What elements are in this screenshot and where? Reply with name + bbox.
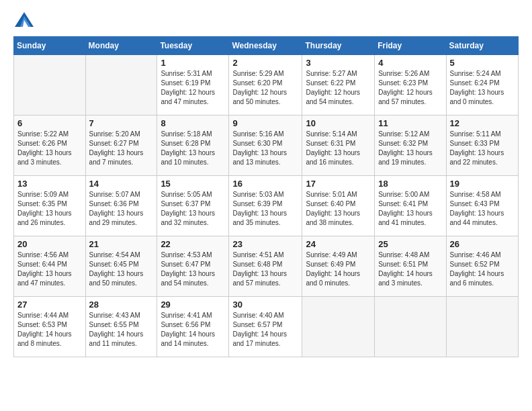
day-number: 14	[89, 179, 154, 189]
day-number: 17	[306, 179, 371, 189]
day-cell: 1Sunrise: 5:31 AM Sunset: 6:19 PM Daylig…	[157, 55, 229, 116]
day-info: Sunrise: 4:56 AM Sunset: 6:44 PM Dayligh…	[17, 250, 82, 288]
day-number: 5	[450, 58, 515, 68]
day-cell: 20Sunrise: 4:56 AM Sunset: 6:44 PM Dayli…	[14, 236, 86, 297]
day-number: 4	[378, 58, 442, 68]
day-cell: 22Sunrise: 4:53 AM Sunset: 6:47 PM Dayli…	[157, 236, 229, 297]
day-cell: 25Sunrise: 4:48 AM Sunset: 6:51 PM Dayli…	[375, 236, 446, 297]
day-number: 20	[17, 239, 82, 249]
day-info: Sunrise: 4:48 AM Sunset: 6:51 PM Dayligh…	[378, 250, 442, 288]
day-number: 11	[378, 118, 442, 128]
day-cell: 8Sunrise: 5:18 AM Sunset: 6:28 PM Daylig…	[157, 116, 229, 176]
col-header-friday: Friday	[375, 37, 446, 55]
day-number: 22	[161, 239, 225, 249]
header-row: SundayMondayTuesdayWednesdayThursdayFrid…	[14, 37, 519, 55]
day-number: 30	[232, 300, 298, 310]
col-header-thursday: Thursday	[302, 37, 375, 55]
day-info: Sunrise: 5:27 AM Sunset: 6:22 PM Dayligh…	[306, 69, 371, 107]
day-info: Sunrise: 4:51 AM Sunset: 6:48 PM Dayligh…	[232, 250, 298, 288]
week-row-3: 13Sunrise: 5:09 AM Sunset: 6:35 PM Dayli…	[14, 176, 519, 236]
day-cell: 7Sunrise: 5:20 AM Sunset: 6:27 PM Daylig…	[85, 116, 157, 176]
day-number: 2	[232, 58, 298, 68]
day-info: Sunrise: 5:14 AM Sunset: 6:31 PM Dayligh…	[306, 130, 371, 167]
day-number: 26	[450, 239, 515, 249]
day-info: Sunrise: 4:53 AM Sunset: 6:47 PM Dayligh…	[161, 250, 225, 288]
day-number: 7	[89, 118, 154, 128]
day-cell: 15Sunrise: 5:05 AM Sunset: 6:37 PM Dayli…	[157, 176, 229, 236]
col-header-wednesday: Wednesday	[229, 37, 302, 55]
day-cell: 23Sunrise: 4:51 AM Sunset: 6:48 PM Dayli…	[229, 236, 302, 297]
day-info: Sunrise: 4:43 AM Sunset: 6:55 PM Dayligh…	[89, 311, 154, 349]
day-info: Sunrise: 5:01 AM Sunset: 6:40 PM Dayligh…	[306, 190, 371, 228]
day-number: 9	[232, 118, 298, 128]
day-info: Sunrise: 5:16 AM Sunset: 6:30 PM Dayligh…	[232, 130, 298, 167]
day-number: 28	[89, 300, 154, 310]
day-info: Sunrise: 5:18 AM Sunset: 6:28 PM Dayligh…	[161, 130, 225, 167]
day-number: 25	[378, 239, 442, 249]
day-info: Sunrise: 4:46 AM Sunset: 6:52 PM Dayligh…	[450, 250, 515, 288]
day-number: 29	[161, 300, 225, 310]
day-info: Sunrise: 5:29 AM Sunset: 6:20 PM Dayligh…	[232, 69, 298, 107]
page: SundayMondayTuesdayWednesdayThursdayFrid…	[0, 0, 532, 368]
day-cell: 28Sunrise: 4:43 AM Sunset: 6:55 PM Dayli…	[85, 297, 157, 357]
col-header-monday: Monday	[85, 37, 157, 55]
col-header-sunday: Sunday	[14, 37, 86, 55]
day-info: Sunrise: 5:12 AM Sunset: 6:32 PM Dayligh…	[378, 130, 442, 167]
day-cell: 27Sunrise: 4:44 AM Sunset: 6:53 PM Dayli…	[14, 297, 86, 357]
week-row-4: 20Sunrise: 4:56 AM Sunset: 6:44 PM Dayli…	[14, 236, 519, 297]
day-number: 21	[89, 239, 154, 249]
day-cell: 12Sunrise: 5:11 AM Sunset: 6:33 PM Dayli…	[446, 116, 518, 176]
day-number: 8	[161, 118, 225, 128]
week-row-5: 27Sunrise: 4:44 AM Sunset: 6:53 PM Dayli…	[14, 297, 519, 357]
day-cell: 9Sunrise: 5:16 AM Sunset: 6:30 PM Daylig…	[229, 116, 302, 176]
day-cell	[446, 297, 518, 357]
day-info: Sunrise: 4:41 AM Sunset: 6:56 PM Dayligh…	[161, 311, 225, 349]
day-info: Sunrise: 4:44 AM Sunset: 6:53 PM Dayligh…	[17, 311, 82, 349]
day-number: 27	[17, 300, 82, 310]
day-cell: 5Sunrise: 5:24 AM Sunset: 6:24 PM Daylig…	[446, 55, 518, 116]
day-cell: 24Sunrise: 4:49 AM Sunset: 6:49 PM Dayli…	[302, 236, 375, 297]
day-info: Sunrise: 5:20 AM Sunset: 6:27 PM Dayligh…	[89, 130, 154, 167]
day-cell: 14Sunrise: 5:07 AM Sunset: 6:36 PM Dayli…	[85, 176, 157, 236]
day-cell: 30Sunrise: 4:40 AM Sunset: 6:57 PM Dayli…	[229, 297, 302, 357]
day-info: Sunrise: 5:31 AM Sunset: 6:19 PM Dayligh…	[161, 69, 225, 107]
day-cell: 6Sunrise: 5:22 AM Sunset: 6:26 PM Daylig…	[14, 116, 86, 176]
day-info: Sunrise: 5:11 AM Sunset: 6:33 PM Dayligh…	[450, 130, 515, 167]
col-header-tuesday: Tuesday	[157, 37, 229, 55]
header	[13, 11, 519, 30]
week-row-2: 6Sunrise: 5:22 AM Sunset: 6:26 PM Daylig…	[14, 116, 519, 176]
day-info: Sunrise: 5:22 AM Sunset: 6:26 PM Dayligh…	[17, 130, 82, 167]
day-number: 16	[232, 179, 298, 189]
day-cell	[302, 297, 375, 357]
day-cell: 4Sunrise: 5:26 AM Sunset: 6:23 PM Daylig…	[375, 55, 446, 116]
day-cell: 16Sunrise: 5:03 AM Sunset: 6:39 PM Dayli…	[229, 176, 302, 236]
day-cell: 3Sunrise: 5:27 AM Sunset: 6:22 PM Daylig…	[302, 55, 375, 116]
day-info: Sunrise: 5:05 AM Sunset: 6:37 PM Dayligh…	[161, 190, 225, 228]
day-cell: 2Sunrise: 5:29 AM Sunset: 6:20 PM Daylig…	[229, 55, 302, 116]
day-number: 6	[17, 118, 82, 128]
day-cell	[85, 55, 157, 116]
day-number: 13	[17, 179, 82, 189]
day-cell: 19Sunrise: 4:58 AM Sunset: 6:43 PM Dayli…	[446, 176, 518, 236]
day-info: Sunrise: 4:49 AM Sunset: 6:49 PM Dayligh…	[306, 250, 371, 288]
day-cell	[14, 55, 86, 116]
day-cell: 18Sunrise: 5:00 AM Sunset: 6:41 PM Dayli…	[375, 176, 446, 236]
day-info: Sunrise: 5:09 AM Sunset: 6:35 PM Dayligh…	[17, 190, 82, 228]
day-number: 23	[232, 239, 298, 249]
logo-icon	[13, 11, 35, 30]
calendar-table: SundayMondayTuesdayWednesdayThursdayFrid…	[13, 36, 519, 357]
day-info: Sunrise: 5:00 AM Sunset: 6:41 PM Dayligh…	[378, 190, 442, 228]
day-info: Sunrise: 4:58 AM Sunset: 6:43 PM Dayligh…	[450, 190, 515, 228]
day-number: 24	[306, 239, 371, 249]
day-info: Sunrise: 5:07 AM Sunset: 6:36 PM Dayligh…	[89, 190, 154, 228]
day-number: 12	[450, 118, 515, 128]
day-cell: 26Sunrise: 4:46 AM Sunset: 6:52 PM Dayli…	[446, 236, 518, 297]
day-number: 19	[450, 179, 515, 189]
day-number: 10	[306, 118, 371, 128]
day-info: Sunrise: 5:03 AM Sunset: 6:39 PM Dayligh…	[232, 190, 298, 228]
day-cell: 21Sunrise: 4:54 AM Sunset: 6:45 PM Dayli…	[85, 236, 157, 297]
day-cell: 13Sunrise: 5:09 AM Sunset: 6:35 PM Dayli…	[14, 176, 86, 236]
day-number: 3	[306, 58, 371, 68]
week-row-1: 1Sunrise: 5:31 AM Sunset: 6:19 PM Daylig…	[14, 55, 519, 116]
day-cell: 29Sunrise: 4:41 AM Sunset: 6:56 PM Dayli…	[157, 297, 229, 357]
